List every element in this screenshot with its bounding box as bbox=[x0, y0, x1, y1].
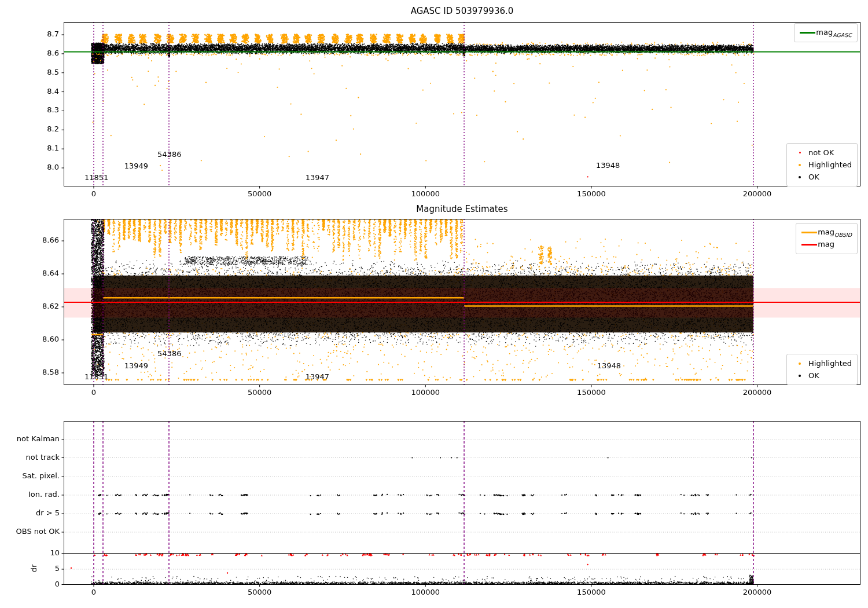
legend-label-ok: OK bbox=[808, 173, 819, 181]
y-tick-label: 8.66 bbox=[4, 236, 59, 244]
x-tick-label: 200000 bbox=[734, 189, 781, 198]
x-tick-label: 150000 bbox=[568, 588, 615, 596]
obsid-annotation: 11851 bbox=[84, 372, 108, 381]
x-tick-label: 50000 bbox=[237, 388, 283, 397]
legend-label-not-ok: not OK bbox=[808, 148, 834, 157]
legend-item-not-ok: not OK bbox=[791, 146, 852, 159]
flag-row-label: not track bbox=[0, 453, 60, 462]
y-tick-label: 8.64 bbox=[4, 269, 59, 277]
legend-mag-agasc: magAGASC bbox=[794, 23, 858, 42]
ok-dot-swatch-2 bbox=[791, 375, 808, 377]
obsid-annotation: 13948 bbox=[597, 361, 621, 370]
flag-row-label: not Kalman bbox=[0, 434, 60, 443]
dr-axis-label: dr bbox=[30, 565, 38, 573]
y-tick-label: 8.1 bbox=[4, 144, 59, 152]
legend-label-highlighted: Highlighted bbox=[808, 160, 852, 169]
y-tick-label: 8.60 bbox=[4, 335, 59, 343]
x-tick-label: 50000 bbox=[237, 189, 283, 198]
legend-item-mag-obsid: magOBSID bbox=[800, 226, 852, 239]
legend-label-mag-obsid: magOBSID bbox=[818, 228, 852, 238]
legend-item-ok-2: OK bbox=[791, 369, 852, 382]
x-tick-label: 100000 bbox=[402, 189, 448, 198]
y-tick-label: 8.62 bbox=[4, 302, 59, 310]
flag-row-label: Ion. rad. bbox=[0, 490, 60, 499]
obsid-annotation: 13949 bbox=[124, 361, 148, 370]
legend-label-mag-agasc: magAGASC bbox=[816, 28, 852, 38]
legend-label-highlighted-2: Highlighted bbox=[808, 359, 852, 368]
obsid-annotation: 54386 bbox=[157, 349, 181, 358]
legend-item-ok: OK bbox=[791, 171, 852, 183]
y-tick-label: 8.58 bbox=[4, 368, 59, 376]
y-tick-label: 8.6 bbox=[4, 49, 59, 57]
legend-point-types-2: Highlighted OK bbox=[786, 354, 858, 385]
ok-dot-swatch bbox=[791, 176, 808, 178]
flag-row-label: dr > 5 bbox=[0, 508, 60, 517]
mag-agasc-line-swatch bbox=[799, 32, 816, 34]
flag-row-label: Sat. pixel. bbox=[0, 471, 60, 480]
dr-tick-label: 10 bbox=[0, 548, 60, 557]
x-tick-label: 0 bbox=[71, 588, 117, 596]
highlighted-dot-swatch-2 bbox=[791, 362, 808, 365]
obsid-annotation: 13947 bbox=[306, 173, 329, 182]
obsid-annotation: 54386 bbox=[157, 150, 181, 159]
highlighted-dot-swatch bbox=[791, 164, 808, 166]
obsid-annotation: 13949 bbox=[124, 162, 148, 170]
y-tick-label: 8.2 bbox=[4, 124, 59, 133]
x-tick-label: 50000 bbox=[237, 588, 283, 596]
x-tick-label: 0 bbox=[71, 189, 117, 198]
obsid-annotation: 11851 bbox=[84, 173, 108, 182]
x-tick-label: 150000 bbox=[568, 189, 615, 198]
legend-item-mag: mag bbox=[800, 239, 852, 251]
legend-point-types: not OK Highlighted OK bbox=[786, 143, 858, 186]
legend-item-highlighted-2: Highlighted bbox=[791, 357, 852, 369]
dr-tick-label: 0 bbox=[0, 580, 60, 588]
legend-label-ok-2: OK bbox=[808, 371, 819, 380]
figure: AGASC ID 503979936.0 Magnitude Estimates… bbox=[0, 0, 868, 608]
y-tick-label: 8.3 bbox=[4, 105, 59, 114]
x-tick-label: 0 bbox=[71, 388, 117, 397]
legend-label-mag: mag bbox=[818, 240, 834, 250]
legend-item-mag-agasc: magAGASC bbox=[799, 27, 852, 39]
x-tick-label: 100000 bbox=[402, 588, 448, 596]
y-tick-label: 8.4 bbox=[4, 87, 59, 96]
y-tick-label: 8.5 bbox=[4, 68, 59, 76]
x-tick-label: 200000 bbox=[734, 588, 781, 596]
y-tick-label: 8.7 bbox=[4, 30, 59, 38]
y-tick-label: 8.0 bbox=[4, 163, 59, 171]
flag-row-label: OBS not OK bbox=[0, 527, 60, 536]
axis-labels-layer: 0500001000001500002000008.08.18.28.38.48… bbox=[0, 0, 868, 608]
not-ok-dot-swatch bbox=[791, 152, 808, 153]
x-tick-label: 200000 bbox=[734, 388, 781, 397]
mag-obsid-line-swatch bbox=[800, 232, 818, 233]
legend-item-highlighted: Highlighted bbox=[791, 159, 852, 171]
x-tick-label: 100000 bbox=[402, 388, 448, 397]
mag-line-swatch bbox=[800, 244, 818, 246]
x-tick-label: 150000 bbox=[568, 388, 615, 397]
legend-mag-lines: magOBSID mag bbox=[796, 223, 858, 254]
obsid-annotation: 13947 bbox=[306, 372, 329, 381]
obsid-annotation: 13948 bbox=[596, 161, 620, 170]
